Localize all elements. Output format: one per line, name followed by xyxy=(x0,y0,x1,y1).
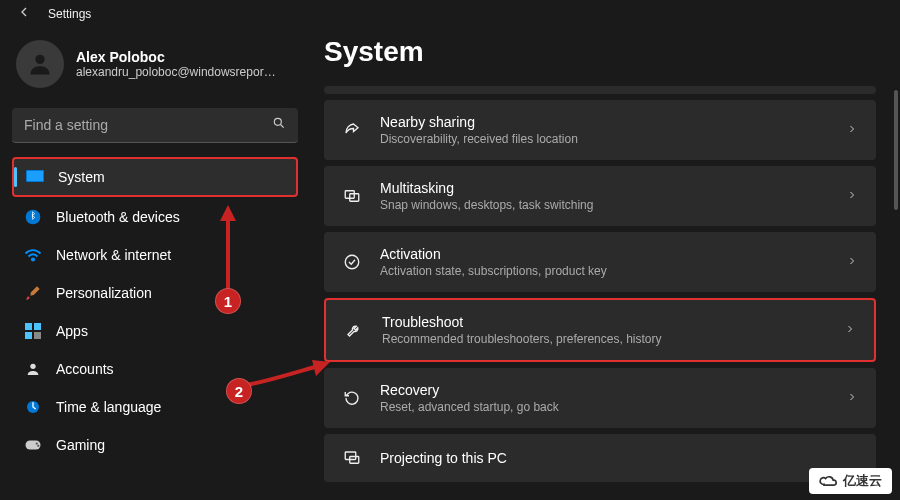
sidebar-item-accounts[interactable]: Accounts xyxy=(12,351,298,387)
chevron-right-icon xyxy=(844,321,856,339)
avatar xyxy=(16,40,64,88)
svg-point-14 xyxy=(37,445,39,447)
svg-rect-8 xyxy=(25,332,32,339)
svg-point-1 xyxy=(274,118,281,125)
user-block[interactable]: Alex Poloboc alexandru_poloboc@windowsre… xyxy=(12,34,298,104)
card-subtitle: Reset, advanced startup, go back xyxy=(380,400,828,414)
sidebar-item-bluetooth[interactable]: Bluetooth & devices xyxy=(12,199,298,235)
gamepad-icon xyxy=(24,436,42,454)
svg-rect-18 xyxy=(345,452,356,460)
sidebar-item-label: System xyxy=(58,169,105,185)
card-activation[interactable]: Activation Activation state, subscriptio… xyxy=(324,232,876,292)
svg-rect-9 xyxy=(34,332,41,339)
card-subtitle: Discoverability, received files location xyxy=(380,132,828,146)
back-icon[interactable] xyxy=(16,4,32,24)
user-email: alexandru_poloboc@windowsreport... xyxy=(76,65,276,79)
card-subtitle: Snap windows, desktops, task switching xyxy=(380,198,828,212)
wifi-icon xyxy=(24,246,42,264)
chevron-right-icon xyxy=(846,121,858,139)
chevron-right-icon xyxy=(846,187,858,205)
search-box[interactable] xyxy=(12,108,298,143)
check-circle-icon xyxy=(342,252,362,272)
header-title: Settings xyxy=(48,7,91,21)
scrollbar[interactable] xyxy=(894,90,898,210)
user-name: Alex Poloboc xyxy=(76,49,276,65)
sidebar-item-label: Accounts xyxy=(56,361,114,377)
sidebar-item-apps[interactable]: Apps xyxy=(12,313,298,349)
display-icon xyxy=(26,168,44,186)
card-title: Projecting to this PC xyxy=(380,450,858,466)
card-nearby-sharing[interactable]: Nearby sharing Discoverability, received… xyxy=(324,100,876,160)
card-strip xyxy=(324,86,876,94)
recovery-icon xyxy=(342,388,362,408)
brush-icon xyxy=(24,284,42,302)
card-title: Multitasking xyxy=(380,180,828,196)
search-icon xyxy=(272,116,286,134)
card-troubleshoot[interactable]: Troubleshoot Recommended troubleshooters… xyxy=(324,298,876,362)
svg-point-5 xyxy=(32,258,34,260)
chevron-right-icon xyxy=(846,253,858,271)
svg-point-10 xyxy=(30,364,35,369)
chevron-right-icon xyxy=(846,389,858,407)
card-subtitle: Activation state, subscriptions, product… xyxy=(380,264,828,278)
card-multitasking[interactable]: Multitasking Snap windows, desktops, tas… xyxy=(324,166,876,226)
card-recovery[interactable]: Recovery Reset, advanced startup, go bac… xyxy=(324,368,876,428)
card-projecting[interactable]: Projecting to this PC xyxy=(324,434,876,482)
sidebar-item-label: Network & internet xyxy=(56,247,171,263)
sidebar: Alex Poloboc alexandru_poloboc@windowsre… xyxy=(0,24,310,500)
sidebar-item-network[interactable]: Network & internet xyxy=(12,237,298,273)
svg-point-13 xyxy=(36,442,38,444)
wrench-icon xyxy=(344,320,364,340)
sidebar-item-label: Bluetooth & devices xyxy=(56,209,180,225)
svg-rect-6 xyxy=(25,323,32,330)
sidebar-item-personalization[interactable]: Personalization xyxy=(12,275,298,311)
sidebar-item-label: Personalization xyxy=(56,285,152,301)
sidebar-item-label: Apps xyxy=(56,323,88,339)
search-input[interactable] xyxy=(24,117,272,133)
project-icon xyxy=(342,448,362,468)
svg-rect-3 xyxy=(27,171,43,181)
card-title: Recovery xyxy=(380,382,828,398)
share-icon xyxy=(342,120,362,140)
sidebar-item-label: Time & language xyxy=(56,399,161,415)
globe-clock-icon xyxy=(24,398,42,416)
person-icon xyxy=(24,360,42,378)
card-subtitle: Recommended troubleshooters, preferences… xyxy=(382,332,826,346)
svg-point-0 xyxy=(35,55,44,64)
card-title: Nearby sharing xyxy=(380,114,828,130)
sidebar-item-system[interactable]: System xyxy=(12,157,298,197)
sidebar-item-label: Gaming xyxy=(56,437,105,453)
bluetooth-icon xyxy=(24,208,42,226)
svg-point-17 xyxy=(345,255,359,269)
watermark: 亿速云 xyxy=(809,468,892,494)
sidebar-item-gaming[interactable]: Gaming xyxy=(12,427,298,463)
svg-rect-7 xyxy=(34,323,41,330)
card-title: Activation xyxy=(380,246,828,262)
main-content: System Nearby sharing Discoverability, r… xyxy=(310,24,900,500)
multitask-icon xyxy=(342,186,362,206)
sidebar-item-time-language[interactable]: Time & language xyxy=(12,389,298,425)
apps-icon xyxy=(24,322,42,340)
page-title: System xyxy=(324,36,876,68)
card-title: Troubleshoot xyxy=(382,314,826,330)
